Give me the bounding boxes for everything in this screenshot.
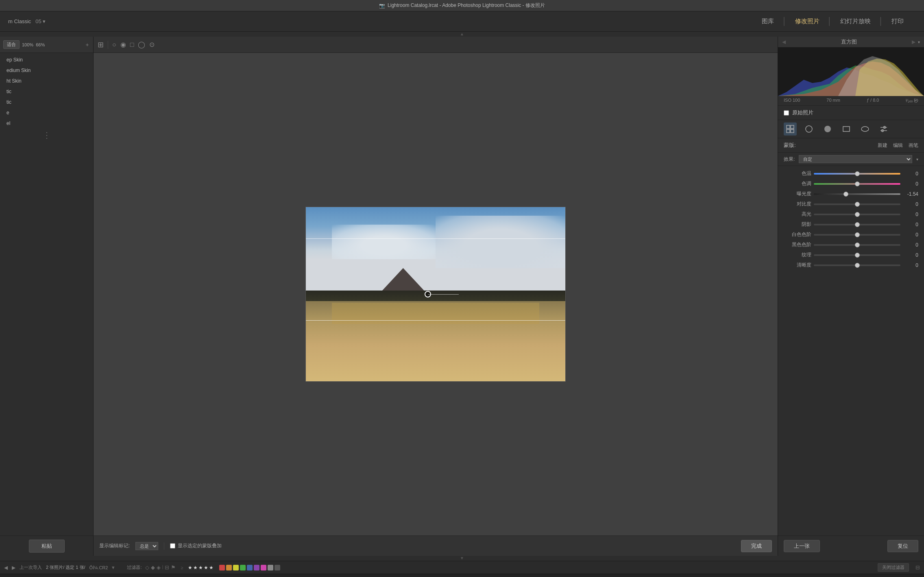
slider-thumb-temp[interactable] [855,171,860,176]
slider-track-contrast[interactable] [814,203,900,205]
reset-btn[interactable]: 复位 [887,540,918,552]
module-print[interactable]: 打印 [883,11,912,32]
slider-row-tint: 色调 0 [778,179,924,189]
redeye-tool[interactable]: ◉ [120,41,126,48]
filmstrip-next-btn[interactable]: ▶ [12,565,15,570]
slider-label-contrast: 对比度 [784,201,811,208]
slider-track-exposure[interactable] [814,193,900,195]
star-4[interactable]: ★ [204,565,208,570]
svg-point-7 [861,127,869,131]
slider-track-blacks[interactable] [814,244,900,246]
slider-thumb-highlights[interactable] [855,212,860,217]
show-edit-select[interactable]: 总是 [135,542,158,550]
brush-tool[interactable]: ⊙ [149,41,155,48]
hist-info: ISO 100 70 mm ƒ / 8.0 ¹⁄₂₀₀ 秒 [778,96,924,105]
star-2[interactable]: ★ [193,565,198,570]
effects-dropdown[interactable]: ▾ [916,157,918,162]
preset-item-deep-skin[interactable]: ep Skin [0,55,93,65]
filter-flag[interactable]: ⚑ [171,564,176,570]
star-5[interactable]: ★ [209,565,214,570]
filmstrip-expand-btn[interactable]: ⊟ [915,564,920,570]
slider-track-clarity[interactable] [814,264,900,266]
new-mask-btn[interactable]: 新建 [878,142,887,149]
title-bar: 📷 Lightroom Catalog.lrcat - Adobe Photos… [0,0,924,11]
svg-rect-2 [787,129,790,133]
filename-dropdown[interactable]: ▾ [112,564,115,570]
color-label-green[interactable] [240,565,246,570]
panel-arrow-bottom[interactable]: ▼ [0,556,924,561]
slider-thumb-texture[interactable] [855,253,860,258]
crop-tool[interactable]: ⊞ [98,40,104,49]
mask-ellipse-tool[interactable] [859,122,872,136]
color-label-pink[interactable] [261,565,266,570]
filter-diamond-1[interactable]: ◇ [145,564,149,570]
paste-btn[interactable]: 粘贴 [29,540,65,553]
color-label-yellow[interactable] [233,565,239,570]
slider-thumb-clarity[interactable] [855,263,860,268]
iso-info: ISO 100 [784,98,800,104]
hist-clipping-right[interactable]: ▶ [912,39,915,45]
mask-grid-tool[interactable] [784,122,797,136]
color-label-none[interactable] [275,565,280,570]
preset-item-tic-2[interactable]: tic [0,97,93,107]
mask-filled-circle-tool[interactable] [821,122,834,136]
color-label-purple[interactable] [254,565,259,570]
filter-tool[interactable]: ◯ [138,41,145,48]
slider-track-shadows[interactable] [814,224,900,225]
star-rating: ★ ★ ★ ★ ★ [188,565,214,570]
color-label-gray[interactable] [268,565,273,570]
star-3[interactable]: ★ [198,565,203,570]
slider-thumb-exposure[interactable] [843,192,848,197]
slider-track-whites[interactable] [814,234,900,236]
prev-photo-btn[interactable]: 上一张 [784,540,820,552]
add-preset-btn[interactable]: ＋ [85,41,90,48]
hist-clipping-left[interactable]: ◀ [782,39,786,45]
module-library[interactable]: 图库 [754,11,782,32]
preset-item-tic-1[interactable]: tic [0,86,93,97]
preset-item-medium-skin[interactable]: edium Skin [0,65,93,76]
effects-select[interactable]: 自定 [799,155,912,163]
slider-track-tint[interactable] [814,183,900,185]
slider-track-highlights[interactable] [814,214,900,215]
mask-slider-tool[interactable] [877,122,890,136]
slider-thumb-blacks[interactable] [855,243,860,247]
panel-arrow-top[interactable]: ▲ [0,32,924,37]
preset-item-el[interactable]: el [0,118,93,129]
edit-mask-btn[interactable]: 编辑 [893,142,903,149]
spot-tool[interactable]: ○ [112,41,116,48]
slider-track-texture[interactable] [814,254,900,256]
slider-thumb-tint[interactable] [855,181,860,186]
histogram-dropdown[interactable]: ▾ [918,40,920,44]
mask-tool[interactable]: □ [130,41,134,48]
color-label-blue[interactable] [247,565,253,570]
photo-canvas[interactable] [94,53,778,535]
mask-circle-outline-tool[interactable] [802,122,815,136]
module-develop[interactable]: 修改照片 [787,11,828,32]
slider-thumb-whites[interactable] [855,232,860,237]
slider-thumb-shadows[interactable] [855,222,860,227]
filter-diamond-2[interactable]: ◆ [151,564,155,570]
mask-rect-tool[interactable] [840,122,853,136]
color-label-red[interactable] [219,565,225,570]
star-1[interactable]: ★ [188,565,192,570]
original-photo-checkbox[interactable] [784,110,789,116]
done-btn[interactable]: 完成 [741,540,772,552]
slider-track-temp[interactable] [814,173,900,175]
slider-thumb-contrast[interactable] [855,202,860,207]
filter-sliders[interactable]: ⊟ [165,564,169,570]
preset-item-e[interactable]: e [0,107,93,118]
color-label-orange[interactable] [226,565,232,570]
mask-actions: 新建 编辑 画笔 [878,142,918,149]
main-layout: 适合 100% 66% ＋ ep Skin edium Skin ht Skin… [0,37,924,556]
brush-mask-btn[interactable]: 画笔 [909,142,918,149]
fit-view-btn[interactable]: 适合 [3,40,20,49]
toolbar-sep-1 [108,41,108,49]
filmstrip-prev-btn[interactable]: ◀ [4,565,8,570]
show-mask-text: 显示选定的蒙版叠加 [178,542,222,549]
module-slideshow[interactable]: 幻灯片放映 [832,11,879,32]
mask-label-row: 蒙版: 新建 编辑 画笔 [778,138,924,153]
preset-item-light-skin[interactable]: ht Skin [0,76,93,86]
filter-diamond-3[interactable]: ◈ [157,564,161,570]
close-filter-btn[interactable]: 关闭过滤器 [878,563,909,572]
show-mask-checkbox[interactable] [170,543,175,549]
